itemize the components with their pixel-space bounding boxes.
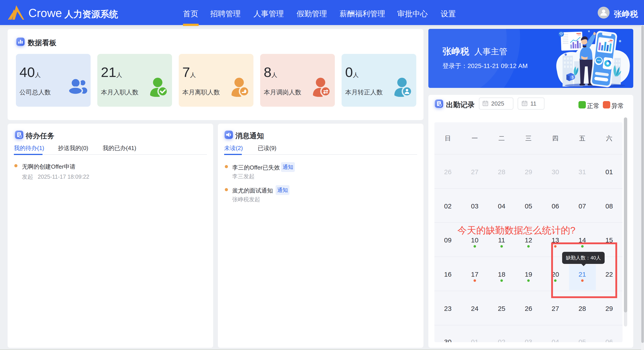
svg-text:$: $	[572, 75, 574, 79]
